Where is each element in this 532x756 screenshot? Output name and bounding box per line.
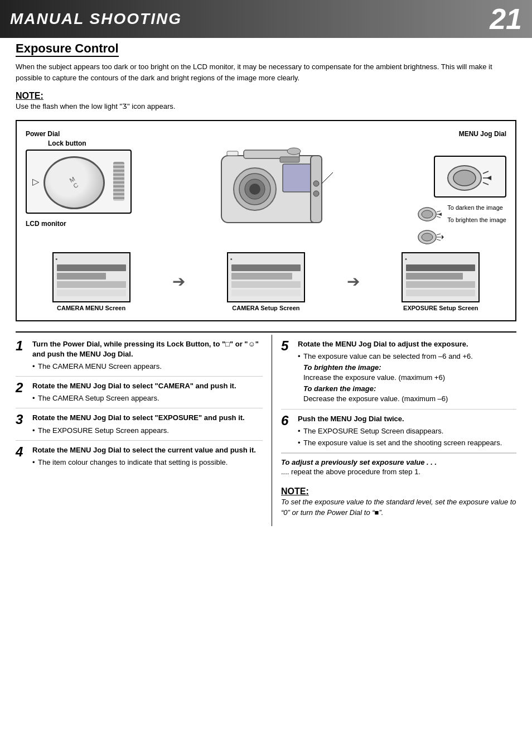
page-number: 21 — [490, 4, 522, 33]
darken-label: To darken the image — [447, 204, 506, 211]
svg-rect-10 — [280, 157, 299, 162]
step-4-bullet: The item colour changes to indicate that… — [32, 458, 263, 468]
diagram-box: Power Dial MENU Jog Dial Lock button ▷ M… — [16, 120, 516, 321]
svg-line-13 — [322, 172, 333, 184]
lock-button-label: Lock button — [48, 139, 86, 147]
note-block-1: NOTE: Use the flash when the low light "… — [16, 91, 516, 112]
dial-circle: MC — [43, 156, 105, 209]
svg-point-27 — [422, 233, 433, 241]
svg-rect-8 — [227, 151, 238, 156]
steps-left: 1 Turn the Power Dial, while pressing it… — [16, 335, 272, 526]
svg-point-11 — [313, 181, 319, 186]
screen-camera-setup: ▪ CAMERA Setup Screen — [227, 252, 305, 311]
step-5: 5 Rotate the MENU Jog Dial to adjust the… — [281, 335, 516, 410]
screen-camera-menu: ▪ CAMERA MENU Screen — [52, 252, 130, 311]
svg-line-28 — [437, 234, 441, 235]
svg-line-18 — [483, 182, 489, 185]
menu-jog-dial-label: MENU Jog Dial — [459, 130, 506, 138]
adjust-note: To adjust a previously set exposure valu… — [281, 453, 516, 480]
step-3-title: Rotate the MENU Jog Dial to select "EXPO… — [32, 413, 263, 423]
svg-line-30 — [437, 239, 441, 240]
step-2: 2 Rotate the MENU Jog Dial to select "CA… — [16, 377, 263, 408]
step-2-title: Rotate the MENU Jog Dial to select "CAME… — [32, 381, 263, 391]
step-1-title: Turn the Power Dial, while pressing its … — [32, 339, 263, 359]
step-5-sub-1: To brighten the image: Increase the expo… — [298, 363, 516, 383]
jog-dial-illus: ◄ — [434, 156, 506, 198]
step-1-bullet: The CAMERA MENU Screen appears. — [32, 362, 263, 372]
svg-text:◄: ◄ — [485, 173, 493, 182]
adjust-text: .... repeat the above procedure from ste… — [281, 466, 516, 478]
steps-right: 5 Rotate the MENU Jog Dial to adjust the… — [272, 335, 516, 526]
note-label-1: NOTE: — [16, 91, 516, 101]
screen2-label: CAMERA Setup Screen — [232, 305, 299, 311]
note-text-1: Use the flash when the low light "Ʒ" ico… — [16, 101, 516, 112]
step-2-bullet: The CAMERA Setup Screen appears. — [32, 393, 263, 403]
note-label-2: NOTE: — [281, 487, 516, 497]
screen-exposure-setup: ▪ EXPOSURE Setup Screen — [402, 252, 480, 311]
step-1: 1 Turn the Power Dial, while pressing it… — [16, 335, 263, 377]
step-5-title: Rotate the MENU Jog Dial to adjust the e… — [298, 339, 516, 349]
svg-rect-9 — [311, 156, 322, 223]
power-dial-label: Power Dial — [26, 130, 60, 138]
lcd-monitor-label: LCD monitor — [26, 220, 66, 228]
arrow-right-1: ➔ — [172, 272, 185, 291]
section-title: Exposure Control — [16, 41, 119, 57]
step-3-bullet: The EXPOSURE Setup Screen appears. — [32, 426, 263, 436]
screen1-label: CAMERA MENU Screen — [57, 305, 125, 311]
svg-point-15 — [453, 170, 476, 186]
step-5-sub-2: To darken the image: Decrease the exposu… — [298, 384, 516, 404]
svg-point-21 — [422, 210, 433, 218]
step-3: 3 Rotate the MENU Jog Dial to select "EX… — [16, 408, 263, 440]
steps-section: 1 Turn the Power Dial, while pressing it… — [16, 335, 516, 526]
step-6-bullet-1: The EXPOSURE Setup Screen disappears. — [298, 426, 516, 436]
page-header: MANUAL SHOOTING 21 — [0, 0, 532, 38]
svg-text:◄: ◄ — [437, 211, 443, 217]
note-text-2: To set the exposure value to the standar… — [281, 497, 516, 518]
step-5-bullet: The exposure value can be selected from … — [298, 351, 516, 362]
step-6-bullet-2: The exposure value is set and the shooti… — [298, 436, 516, 448]
adjust-label: To adjust a previously set exposure valu… — [281, 458, 516, 466]
step-4-title: Rotate the MENU Jog Dial to select the c… — [32, 445, 263, 455]
arrow-right-2: ➔ — [347, 272, 360, 291]
camera-body — [148, 139, 395, 234]
step-6-title: Push the MENU Jog Dial twice. — [298, 414, 516, 424]
play-icon: ▷ — [32, 176, 39, 187]
svg-point-4 — [249, 184, 260, 195]
step-4: 4 Rotate the MENU Jog Dial to select the… — [16, 441, 263, 472]
screen3-label: EXPOSURE Setup Screen — [403, 305, 478, 311]
step-6: 6 Push the MENU Jog Dial twice. The EXPO… — [281, 410, 516, 454]
note-block-2: NOTE: To set the exposure value to the s… — [281, 487, 516, 518]
svg-point-12 — [313, 191, 319, 196]
dial-grip — [113, 162, 124, 201]
intro-text: When the subject appears too dark or too… — [16, 61, 516, 83]
page-title: MANUAL SHOOTING — [10, 10, 182, 28]
svg-point-7 — [287, 148, 301, 155]
brighten-label: To brighten the image — [447, 216, 506, 223]
